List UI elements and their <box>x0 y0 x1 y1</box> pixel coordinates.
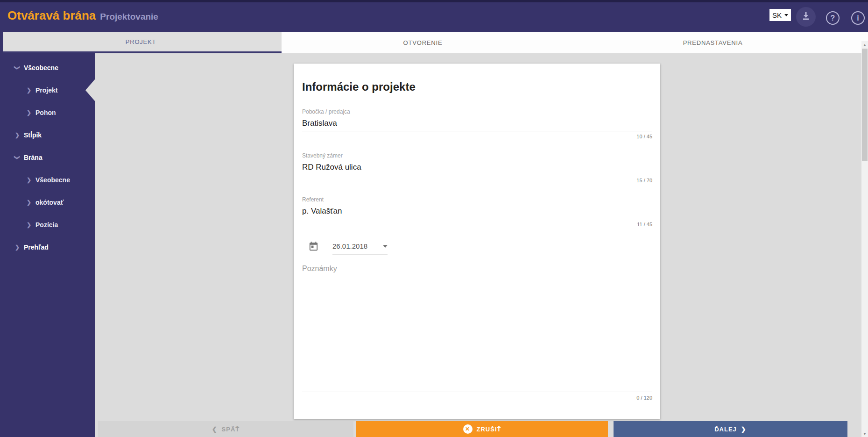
sidebar-item-label: Brána <box>24 154 42 161</box>
chevron-right-icon: ❯ <box>14 244 21 251</box>
sidebar-item-label: Pozícia <box>35 221 58 229</box>
app-subtitle: Projektovanie <box>100 12 158 21</box>
field-pobocka: Pobočka / predajca Bratislava 10 / 45 <box>302 108 652 139</box>
back-button-label: SPÄŤ <box>222 426 240 433</box>
info-icon: i <box>857 14 859 22</box>
sidebar-item-label: okótovať <box>35 199 64 206</box>
date-value: 26.01.2018 <box>332 242 367 250</box>
notes-placeholder: Poznámky <box>302 265 337 273</box>
chevron-down-icon: ❯ <box>14 154 21 161</box>
field-label: Pobočka / predajca <box>302 108 652 115</box>
project-name-input[interactable]: RD Ružová ulica <box>302 163 652 175</box>
cancel-button-label: ZRUŠIŤ <box>477 426 501 433</box>
sidebar-item-okotovat[interactable]: ❯ okótovať <box>0 191 95 214</box>
tab-otvorenie[interactable]: OTVORENIE <box>282 32 564 53</box>
notes-underline <box>302 392 652 392</box>
next-button-label: ĎALEJ <box>714 426 737 433</box>
sidebar-item-label: Projekt <box>35 86 57 94</box>
sidebar-item-label: Všeobecne <box>24 64 58 72</box>
chevron-right-icon: ❯ <box>26 109 32 116</box>
tab-bar: PROJEKT OTVORENIE PREDNASTAVENIA <box>0 32 868 53</box>
scrollbar-thumb[interactable] <box>862 49 868 161</box>
field-label: Referent <box>302 196 652 203</box>
sidebar-item-brana[interactable]: ❯ Brána <box>0 146 95 169</box>
char-counter: 0 / 120 <box>636 395 652 401</box>
app-brand: Otváravá bránaProjektovanie <box>7 8 158 23</box>
caret-down-icon <box>383 245 388 248</box>
sidebar-item-label: Pohon <box>35 109 56 116</box>
chevron-right-icon: ❯ <box>26 177 32 183</box>
chevron-left-icon: ❮ <box>212 426 218 433</box>
sidebar-nav: ❯ Všeobecne ❯ Projekt ❯ Pohon ❯ Stĺpik ❯… <box>0 53 95 437</box>
cancel-button[interactable]: ✕ ZRUŠIŤ <box>356 421 608 437</box>
chevron-right-icon: ❯ <box>26 87 32 93</box>
tab-projekt-label: PROJEKT <box>126 38 156 45</box>
download-button[interactable] <box>796 7 816 27</box>
app-header: Otváravá bránaProjektovanie SK ? i <box>0 0 868 32</box>
char-counter: 10 / 45 <box>302 134 652 139</box>
tab-projekt[interactable]: PROJEKT <box>0 32 282 53</box>
field-zamer: Stavebný zámer RD Ružová ulica 15 / 70 <box>302 152 652 183</box>
download-icon <box>801 11 811 22</box>
sidebar-item-pohon[interactable]: ❯ Pohon <box>0 101 95 124</box>
sidebar-item-brana-vseobecne[interactable]: ❯ Všeobecne <box>0 169 95 191</box>
char-counter: 15 / 70 <box>302 178 652 183</box>
sidebar-item-projekt[interactable]: ❯ Projekt <box>0 79 95 101</box>
sidebar-item-vseobecne[interactable]: ❯ Všeobecne <box>0 57 95 79</box>
chevron-right-icon: ❯ <box>14 132 21 138</box>
page-title: Informácie o projekte <box>302 80 416 93</box>
branch-input[interactable]: Bratislava <box>302 119 652 131</box>
sidebar-item-label: Všeobecne <box>35 176 70 184</box>
caret-down-icon <box>784 14 788 16</box>
scroll-up-icon[interactable]: ▲ <box>861 41 868 48</box>
help-button[interactable]: ? <box>826 11 840 25</box>
cancel-x-icon: ✕ <box>463 424 473 434</box>
sidebar-item-prehlad[interactable]: ❯ Prehľad <box>0 236 95 258</box>
referent-input[interactable]: p. Valašťan <box>302 207 652 219</box>
chevron-right-icon: ❯ <box>741 426 747 433</box>
scroll-down-icon[interactable]: ▼ <box>861 430 868 437</box>
tab-otvorenie-label: OTVORENIE <box>403 39 443 46</box>
project-info-card: Informácie o projekte Pobočka / predajca… <box>294 64 660 419</box>
calendar-icon[interactable] <box>308 241 319 252</box>
next-button[interactable]: ĎALEJ ❯ <box>614 421 847 437</box>
language-select-value: SK <box>772 11 782 19</box>
vertical-scrollbar[interactable]: ▲ ▼ <box>861 41 868 437</box>
chevron-down-icon: ❯ <box>14 64 21 71</box>
field-referent: Referent p. Valašťan 11 / 45 <box>302 196 652 227</box>
tab-prednastavenia[interactable]: PREDNASTAVENIA <box>564 32 861 53</box>
sidebar-item-pozicia[interactable]: ❯ Pozícia <box>0 214 95 236</box>
tabbar-left-edge <box>0 32 3 53</box>
tab-prednastavenia-label: PREDNASTAVENIA <box>683 39 743 46</box>
date-picker[interactable]: 26.01.2018 <box>332 242 388 255</box>
back-button[interactable]: ❮ SPÄŤ <box>98 421 353 437</box>
chevron-right-icon: ❯ <box>26 199 32 206</box>
app-title: Otváravá brána <box>7 8 96 22</box>
active-item-marker <box>85 79 95 101</box>
sidebar-item-stlpik[interactable]: ❯ Stĺpik <box>0 124 95 146</box>
char-counter: 11 / 45 <box>302 222 652 227</box>
chevron-right-icon: ❯ <box>26 222 32 228</box>
sidebar-item-label: Stĺpik <box>24 131 42 139</box>
help-icon: ? <box>831 14 835 22</box>
notes-textarea[interactable] <box>302 262 652 392</box>
info-button[interactable]: i <box>851 11 865 25</box>
language-select[interactable]: SK <box>769 9 791 21</box>
sidebar-item-label: Prehľad <box>24 244 49 251</box>
field-label: Stavebný zámer <box>302 152 652 159</box>
